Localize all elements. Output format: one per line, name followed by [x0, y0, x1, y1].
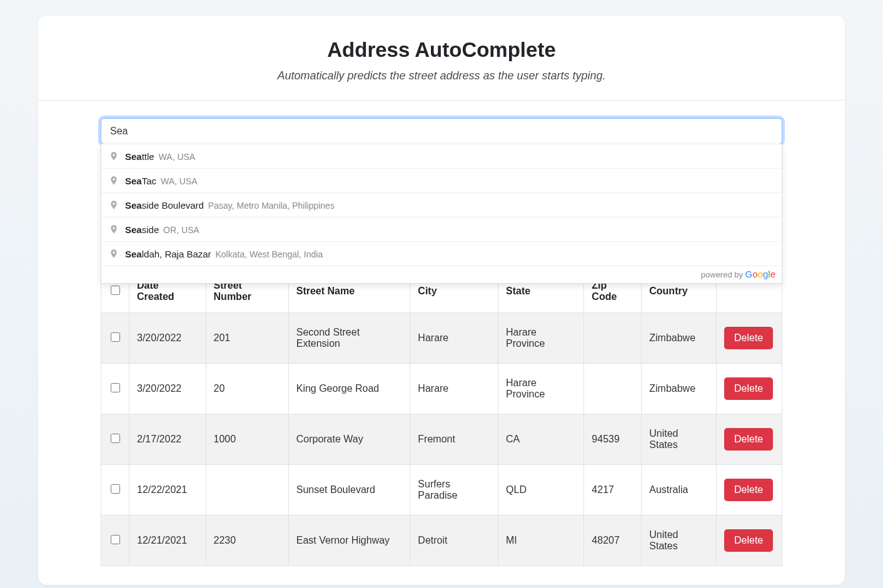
cell-actions: Delete	[717, 465, 782, 516]
suggestion-text: Seaside OR, USA	[125, 224, 199, 235]
cell-actions: Delete	[717, 516, 782, 566]
table-row: 12/21/20212230East Vernor HighwayDetroit…	[101, 516, 782, 566]
cell-date-created: 12/22/2021	[129, 465, 206, 516]
map-pin-icon	[109, 247, 119, 260]
page-subtitle: Automatically predicts the street addres…	[51, 69, 832, 82]
cell-street-number: 201	[206, 313, 288, 364]
cell-street-name: King George Road	[288, 364, 410, 414]
cell-street-number: 2230	[206, 516, 288, 566]
cell-zip-code: 4217	[584, 465, 642, 516]
delete-button[interactable]: Delete	[724, 529, 773, 552]
autocomplete-suggestion[interactable]: Seattle WA, USA	[101, 144, 782, 169]
cell-zip-code: 48207	[584, 516, 642, 566]
cell-street-number	[206, 465, 288, 516]
table-row: 12/22/2021Sunset BoulevardSurfers Paradi…	[101, 465, 782, 516]
cell-city: Surfers Paradise	[410, 465, 498, 516]
autocomplete-suggestion[interactable]: SeaTac WA, USA	[101, 169, 782, 193]
cell-date-created: 3/20/2022	[129, 313, 206, 364]
cell-state: QLD	[498, 465, 584, 516]
powered-by-text: powered by	[701, 270, 745, 279]
autocomplete-suggestion[interactable]: Seaside Boulevard Pasay, Metro Manila, P…	[101, 193, 782, 217]
cell-zip-code	[584, 313, 642, 364]
suggestion-text: SeaTac WA, USA	[125, 176, 198, 186]
cell-checkbox	[101, 313, 129, 364]
cell-checkbox	[101, 516, 129, 566]
delete-button[interactable]: Delete	[724, 327, 773, 349]
autocomplete-suggestion[interactable]: Sealdah, Raja Bazar Kolkata, West Bengal…	[101, 242, 782, 266]
row-checkbox[interactable]	[111, 332, 120, 342]
cell-state: Harare Province	[498, 313, 584, 364]
cell-zip-code	[584, 364, 642, 414]
delete-button[interactable]: Delete	[724, 377, 773, 400]
cell-street-number: 20	[206, 364, 288, 414]
row-checkbox[interactable]	[111, 484, 120, 494]
row-checkbox[interactable]	[111, 383, 120, 392]
cell-street-number: 1000	[206, 414, 288, 465]
suggestion-text: Sealdah, Raja Bazar Kolkata, West Bengal…	[125, 249, 323, 259]
table-row: 3/20/2022201Second Street ExtensionHarar…	[101, 313, 782, 364]
autocomplete-dropdown: Seattle WA, USASeaTac WA, USASeaside Bou…	[101, 144, 782, 284]
cell-city: Harare	[410, 313, 498, 364]
cell-date-created: 3/20/2022	[129, 364, 206, 414]
cell-checkbox	[101, 414, 129, 465]
cell-zip-code: 94539	[584, 414, 642, 465]
cell-street-name: Corporate Way	[288, 414, 410, 465]
cell-city: Fremont	[410, 414, 498, 465]
cell-state: MI	[498, 516, 584, 566]
map-pin-icon	[109, 150, 119, 162]
cell-country: Zimbabwe	[642, 313, 717, 364]
table-row: 3/20/202220King George RoadHarareHarare …	[101, 364, 782, 414]
suggestion-text: Seaside Boulevard Pasay, Metro Manila, P…	[125, 200, 335, 211]
cell-country: Australia	[642, 465, 717, 516]
cell-street-name: Second Street Extension	[288, 313, 410, 364]
delete-button[interactable]: Delete	[724, 479, 773, 501]
row-checkbox[interactable]	[111, 535, 120, 544]
delete-button[interactable]: Delete	[724, 428, 773, 451]
cell-country: Zimbabwe	[642, 364, 717, 414]
suggestion-text: Seattle WA, USA	[125, 151, 195, 162]
cell-street-name: East Vernor Highway	[288, 516, 410, 566]
cell-country: United States	[642, 414, 717, 465]
main-card: Address AutoComplete Automatically predi…	[38, 16, 845, 585]
cell-state: Harare Province	[498, 364, 584, 414]
select-all-checkbox[interactable]	[111, 286, 120, 295]
cell-city: Harare	[410, 364, 498, 414]
cell-actions: Delete	[717, 364, 782, 414]
page-footer: © Caspio Inc. caspio	[23, 585, 860, 588]
cell-country: United States	[642, 516, 717, 566]
cell-checkbox	[101, 465, 129, 516]
map-pin-icon	[109, 199, 119, 211]
cell-date-created: 2/17/2022	[129, 414, 206, 465]
search-container: Seattle WA, USASeaTac WA, USASeaside Bou…	[101, 118, 782, 144]
powered-by-label: powered by Google	[101, 266, 782, 283]
address-search-input[interactable]	[101, 118, 782, 144]
cell-state: CA	[498, 414, 584, 465]
row-checkbox[interactable]	[111, 434, 120, 443]
cell-actions: Delete	[717, 313, 782, 364]
autocomplete-suggestion[interactable]: Seaside OR, USA	[101, 217, 782, 242]
cell-street-name: Sunset Boulevard	[288, 465, 410, 516]
cell-city: Detroit	[410, 516, 498, 566]
content-section: Seattle WA, USASeaTac WA, USASeaside Bou…	[38, 101, 845, 585]
page-title: Address AutoComplete	[51, 38, 832, 62]
map-pin-icon	[109, 223, 119, 236]
cell-date-created: 12/21/2021	[129, 516, 206, 566]
cell-actions: Delete	[717, 414, 782, 465]
addresses-table: Date Created Street Number Street Name C…	[101, 269, 782, 566]
header-section: Address AutoComplete Automatically predi…	[38, 16, 845, 101]
google-logo: Google	[745, 269, 775, 279]
cell-checkbox	[101, 364, 129, 414]
table-row: 2/17/20221000Corporate WayFremontCA94539…	[101, 414, 782, 465]
map-pin-icon	[109, 174, 119, 187]
